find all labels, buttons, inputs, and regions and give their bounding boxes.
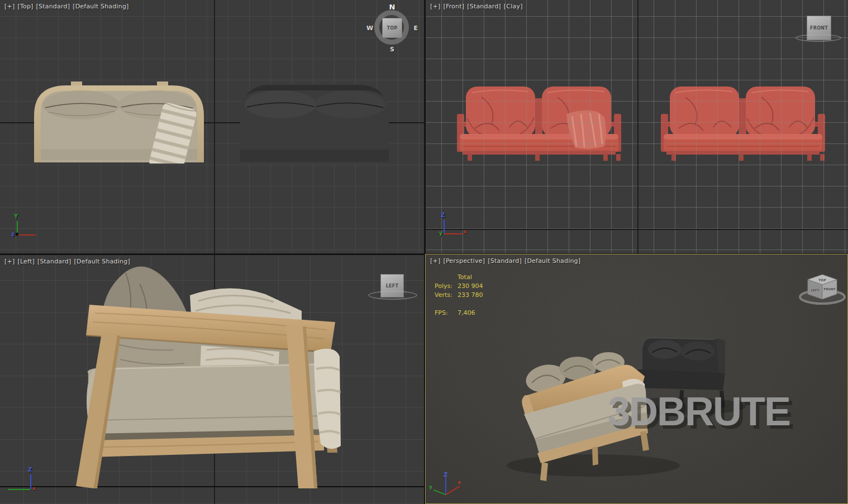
viewport-menu-pov[interactable]: [Left] xyxy=(17,258,34,265)
stats-fps-label: FPS: xyxy=(435,309,458,318)
viewport-menu-general[interactable]: [+] xyxy=(4,258,15,265)
axis-label-x: x xyxy=(464,229,467,234)
perspective-scene[interactable] xyxy=(426,255,847,503)
viewport-menu-shading[interactable]: [Clay] xyxy=(504,3,523,10)
axis-label-z: Z xyxy=(28,467,32,473)
viewport-menu-shading[interactable]: [Default Shading] xyxy=(73,3,128,10)
viewport-menu-general[interactable]: [+] xyxy=(430,3,440,10)
viewport-front[interactable]: [+][Front][Standard][Clay] FRONT Z y x xyxy=(426,0,848,253)
viewport-menu-pov[interactable]: [Top] xyxy=(17,3,33,10)
compass-east[interactable]: E xyxy=(413,25,418,32)
world-axis-gizmo: Z x xyxy=(8,471,44,499)
z-axis-icon xyxy=(444,220,445,233)
viewport-menu-standard[interactable]: [Standard] xyxy=(467,3,501,10)
clay-pillow xyxy=(746,87,815,137)
viewport-menu-pov[interactable]: [Perspective] xyxy=(443,257,485,265)
world-axis-gizmo: Z y x xyxy=(438,214,474,242)
axis-label-z: z xyxy=(11,231,15,237)
sofa-beige-top-view[interactable] xyxy=(32,79,206,164)
viewport-menu-pov[interactable]: [Front] xyxy=(443,3,464,10)
viewcube-face-top: TOP xyxy=(818,278,826,282)
clay-pillow xyxy=(466,87,535,137)
compass-south[interactable]: S xyxy=(390,46,394,53)
axis-label-y: Y xyxy=(14,213,18,219)
world-axis-y-line xyxy=(214,0,215,253)
axis-label-y: y xyxy=(429,484,432,489)
viewcube-face-left: LEFT xyxy=(811,289,820,292)
axis-label-x: x xyxy=(458,479,461,485)
stats-polys-label: Polys: xyxy=(435,282,458,291)
stats-verts-value: 233 780 xyxy=(458,291,483,299)
z-axis-icon xyxy=(30,474,31,489)
world-axis-z-line xyxy=(637,0,639,253)
viewport-menu-general[interactable]: [+] xyxy=(4,3,15,10)
viewcube-face-front: FRONT xyxy=(823,287,835,291)
world-axis-gizmo: Y z xyxy=(11,215,47,243)
stats-verts-label: Verts: xyxy=(435,291,458,300)
axis-label-x: x xyxy=(32,486,36,491)
stats-fps-value: 7,406 xyxy=(458,309,475,316)
compass-north[interactable]: N xyxy=(389,3,396,11)
stats-polys-value: 230 904 xyxy=(458,282,483,290)
viewport-menu-shading[interactable]: [Default Shading] xyxy=(74,258,130,265)
x-axis-icon xyxy=(17,234,36,236)
viewport-label-left: [+][Left][Standard][Default Shading] xyxy=(4,258,133,265)
x-axis-icon xyxy=(444,233,463,234)
sofa-clay-front-left[interactable] xyxy=(457,85,621,161)
y-axis-icon xyxy=(8,489,30,490)
viewport-menu-standard[interactable]: [Standard] xyxy=(488,257,522,265)
viewcube-compass[interactable]: N S W E TOP xyxy=(369,4,416,51)
clay-pillow xyxy=(670,87,739,137)
statistics-overlay: Total Polys:230 904 Verts:233 780 FPS:7,… xyxy=(435,273,483,318)
sofa-dark-top-view[interactable] xyxy=(235,78,394,164)
viewport-top[interactable]: [+][Top][Standard][Default Shading] N S … xyxy=(0,0,424,253)
viewport-menu-standard[interactable]: [Standard] xyxy=(36,3,70,10)
viewport-label-top: [+][Top][Standard][Default Shading] xyxy=(4,3,132,10)
compass-west[interactable]: W xyxy=(366,25,373,32)
viewport-menu-general[interactable]: [+] xyxy=(430,257,440,265)
viewcube-ring-icon[interactable] xyxy=(795,34,841,42)
axis-label-y: y xyxy=(439,230,443,236)
viewcube-top-face[interactable]: TOP xyxy=(382,18,402,38)
sofa-beige-side-view[interactable] xyxy=(73,262,341,488)
viewport-perspective[interactable]: [+][Perspective][Standard][Default Shadi… xyxy=(425,254,848,504)
viewcube-ring-icon[interactable] xyxy=(368,291,417,300)
viewport-left[interactable]: [+][Left][Standard][Default Shading] LEF… xyxy=(0,255,424,504)
viewcube-3d[interactable]: TOP LEFT FRONT xyxy=(797,270,848,306)
axis-label-z: Z xyxy=(444,472,447,478)
viewport-label-perspective: [+][Perspective][Standard][Default Shadi… xyxy=(430,257,583,265)
sofa-clay-front-right[interactable] xyxy=(661,85,825,161)
viewport-label-front: [+][Front][Standard][Clay] xyxy=(430,3,526,10)
viewport-quad-layout: [+][Top][Standard][Default Shading] N S … xyxy=(0,0,848,504)
axis-label-z: Z xyxy=(441,212,445,218)
viewport-menu-shading[interactable]: [Default Shading] xyxy=(525,257,580,265)
stats-total-label: Total xyxy=(458,273,472,281)
viewport-menu-standard[interactable]: [Standard] xyxy=(37,258,72,265)
world-axis-x-line xyxy=(426,229,848,230)
watermark-3dbrute: 3DBRUTE xyxy=(608,388,790,434)
world-axis-gizmo: Z x y xyxy=(428,471,464,499)
